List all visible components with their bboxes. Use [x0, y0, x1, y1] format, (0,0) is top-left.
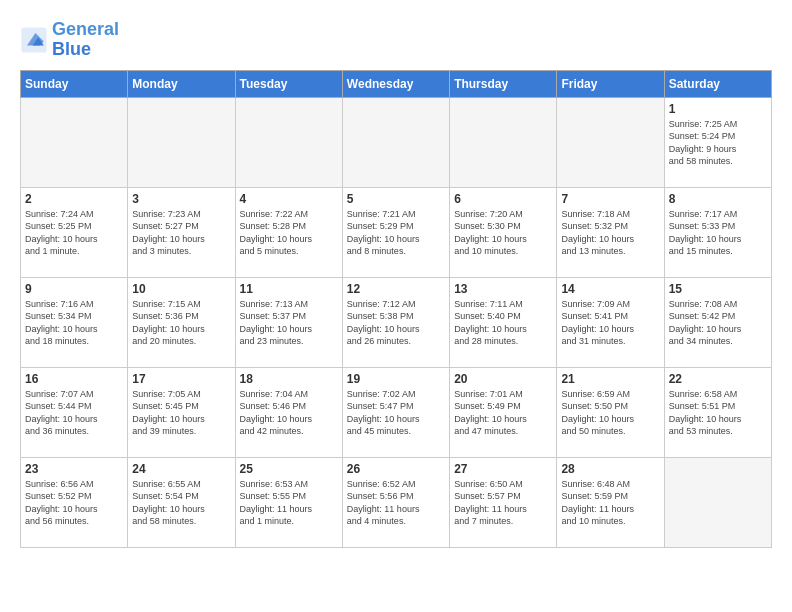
day-number: 16: [25, 372, 123, 386]
calendar-cell: [128, 97, 235, 187]
calendar-cell: 22Sunrise: 6:58 AM Sunset: 5:51 PM Dayli…: [664, 367, 771, 457]
calendar-cell: 9Sunrise: 7:16 AM Sunset: 5:34 PM Daylig…: [21, 277, 128, 367]
calendar-cell: 7Sunrise: 7:18 AM Sunset: 5:32 PM Daylig…: [557, 187, 664, 277]
calendar-cell: 27Sunrise: 6:50 AM Sunset: 5:57 PM Dayli…: [450, 457, 557, 547]
day-number: 27: [454, 462, 552, 476]
weekday-header-monday: Monday: [128, 70, 235, 97]
day-number: 20: [454, 372, 552, 386]
calendar-cell: [21, 97, 128, 187]
calendar-cell: 15Sunrise: 7:08 AM Sunset: 5:42 PM Dayli…: [664, 277, 771, 367]
day-number: 5: [347, 192, 445, 206]
day-number: 28: [561, 462, 659, 476]
day-info: Sunrise: 7:23 AM Sunset: 5:27 PM Dayligh…: [132, 208, 230, 258]
day-info: Sunrise: 7:24 AM Sunset: 5:25 PM Dayligh…: [25, 208, 123, 258]
day-info: Sunrise: 7:11 AM Sunset: 5:40 PM Dayligh…: [454, 298, 552, 348]
day-info: Sunrise: 7:16 AM Sunset: 5:34 PM Dayligh…: [25, 298, 123, 348]
day-info: Sunrise: 6:55 AM Sunset: 5:54 PM Dayligh…: [132, 478, 230, 528]
day-info: Sunrise: 6:52 AM Sunset: 5:56 PM Dayligh…: [347, 478, 445, 528]
day-info: Sunrise: 6:50 AM Sunset: 5:57 PM Dayligh…: [454, 478, 552, 528]
day-number: 14: [561, 282, 659, 296]
day-info: Sunrise: 6:53 AM Sunset: 5:55 PM Dayligh…: [240, 478, 338, 528]
day-info: Sunrise: 7:04 AM Sunset: 5:46 PM Dayligh…: [240, 388, 338, 438]
day-number: 12: [347, 282, 445, 296]
day-number: 4: [240, 192, 338, 206]
calendar-cell: 19Sunrise: 7:02 AM Sunset: 5:47 PM Dayli…: [342, 367, 449, 457]
calendar-cell: 16Sunrise: 7:07 AM Sunset: 5:44 PM Dayli…: [21, 367, 128, 457]
calendar-cell: 12Sunrise: 7:12 AM Sunset: 5:38 PM Dayli…: [342, 277, 449, 367]
calendar-cell: 3Sunrise: 7:23 AM Sunset: 5:27 PM Daylig…: [128, 187, 235, 277]
day-info: Sunrise: 7:07 AM Sunset: 5:44 PM Dayligh…: [25, 388, 123, 438]
calendar-cell: [450, 97, 557, 187]
calendar-cell: 20Sunrise: 7:01 AM Sunset: 5:49 PM Dayli…: [450, 367, 557, 457]
calendar-cell: 6Sunrise: 7:20 AM Sunset: 5:30 PM Daylig…: [450, 187, 557, 277]
calendar-week-0: 1Sunrise: 7:25 AM Sunset: 5:24 PM Daylig…: [21, 97, 772, 187]
day-info: Sunrise: 6:56 AM Sunset: 5:52 PM Dayligh…: [25, 478, 123, 528]
day-info: Sunrise: 6:58 AM Sunset: 5:51 PM Dayligh…: [669, 388, 767, 438]
day-info: Sunrise: 7:12 AM Sunset: 5:38 PM Dayligh…: [347, 298, 445, 348]
day-number: 23: [25, 462, 123, 476]
day-number: 22: [669, 372, 767, 386]
weekday-header-thursday: Thursday: [450, 70, 557, 97]
day-number: 21: [561, 372, 659, 386]
calendar-cell: 25Sunrise: 6:53 AM Sunset: 5:55 PM Dayli…: [235, 457, 342, 547]
calendar-cell: 21Sunrise: 6:59 AM Sunset: 5:50 PM Dayli…: [557, 367, 664, 457]
day-info: Sunrise: 7:20 AM Sunset: 5:30 PM Dayligh…: [454, 208, 552, 258]
day-number: 7: [561, 192, 659, 206]
day-number: 17: [132, 372, 230, 386]
calendar-cell: 1Sunrise: 7:25 AM Sunset: 5:24 PM Daylig…: [664, 97, 771, 187]
calendar-cell: [342, 97, 449, 187]
calendar-week-1: 2Sunrise: 7:24 AM Sunset: 5:25 PM Daylig…: [21, 187, 772, 277]
calendar-cell: 28Sunrise: 6:48 AM Sunset: 5:59 PM Dayli…: [557, 457, 664, 547]
day-number: 13: [454, 282, 552, 296]
day-number: 1: [669, 102, 767, 116]
day-number: 25: [240, 462, 338, 476]
calendar-cell: 14Sunrise: 7:09 AM Sunset: 5:41 PM Dayli…: [557, 277, 664, 367]
calendar-cell: 5Sunrise: 7:21 AM Sunset: 5:29 PM Daylig…: [342, 187, 449, 277]
day-info: Sunrise: 7:17 AM Sunset: 5:33 PM Dayligh…: [669, 208, 767, 258]
calendar-cell: 24Sunrise: 6:55 AM Sunset: 5:54 PM Dayli…: [128, 457, 235, 547]
day-number: 24: [132, 462, 230, 476]
calendar-cell: 11Sunrise: 7:13 AM Sunset: 5:37 PM Dayli…: [235, 277, 342, 367]
day-number: 10: [132, 282, 230, 296]
day-info: Sunrise: 7:05 AM Sunset: 5:45 PM Dayligh…: [132, 388, 230, 438]
weekday-header-tuesday: Tuesday: [235, 70, 342, 97]
day-info: Sunrise: 6:48 AM Sunset: 5:59 PM Dayligh…: [561, 478, 659, 528]
calendar-cell: 18Sunrise: 7:04 AM Sunset: 5:46 PM Dayli…: [235, 367, 342, 457]
day-info: Sunrise: 7:18 AM Sunset: 5:32 PM Dayligh…: [561, 208, 659, 258]
day-info: Sunrise: 7:15 AM Sunset: 5:36 PM Dayligh…: [132, 298, 230, 348]
calendar-week-3: 16Sunrise: 7:07 AM Sunset: 5:44 PM Dayli…: [21, 367, 772, 457]
calendar-cell: 17Sunrise: 7:05 AM Sunset: 5:45 PM Dayli…: [128, 367, 235, 457]
day-info: Sunrise: 7:25 AM Sunset: 5:24 PM Dayligh…: [669, 118, 767, 168]
calendar-cell: 8Sunrise: 7:17 AM Sunset: 5:33 PM Daylig…: [664, 187, 771, 277]
calendar-cell: [235, 97, 342, 187]
calendar-week-4: 23Sunrise: 6:56 AM Sunset: 5:52 PM Dayli…: [21, 457, 772, 547]
day-info: Sunrise: 7:13 AM Sunset: 5:37 PM Dayligh…: [240, 298, 338, 348]
day-number: 8: [669, 192, 767, 206]
day-number: 6: [454, 192, 552, 206]
logo-text: General Blue: [52, 20, 119, 60]
day-info: Sunrise: 7:09 AM Sunset: 5:41 PM Dayligh…: [561, 298, 659, 348]
calendar-cell: 13Sunrise: 7:11 AM Sunset: 5:40 PM Dayli…: [450, 277, 557, 367]
calendar-week-2: 9Sunrise: 7:16 AM Sunset: 5:34 PM Daylig…: [21, 277, 772, 367]
calendar-cell: 26Sunrise: 6:52 AM Sunset: 5:56 PM Dayli…: [342, 457, 449, 547]
day-number: 11: [240, 282, 338, 296]
day-info: Sunrise: 6:59 AM Sunset: 5:50 PM Dayligh…: [561, 388, 659, 438]
day-info: Sunrise: 7:08 AM Sunset: 5:42 PM Dayligh…: [669, 298, 767, 348]
day-info: Sunrise: 7:22 AM Sunset: 5:28 PM Dayligh…: [240, 208, 338, 258]
day-number: 19: [347, 372, 445, 386]
calendar-cell: [557, 97, 664, 187]
day-number: 26: [347, 462, 445, 476]
calendar-table: SundayMondayTuesdayWednesdayThursdayFrid…: [20, 70, 772, 548]
weekday-header-friday: Friday: [557, 70, 664, 97]
calendar-cell: [664, 457, 771, 547]
weekday-header-saturday: Saturday: [664, 70, 771, 97]
day-number: 3: [132, 192, 230, 206]
calendar-cell: 2Sunrise: 7:24 AM Sunset: 5:25 PM Daylig…: [21, 187, 128, 277]
weekday-header-sunday: Sunday: [21, 70, 128, 97]
day-number: 9: [25, 282, 123, 296]
day-info: Sunrise: 7:21 AM Sunset: 5:29 PM Dayligh…: [347, 208, 445, 258]
page-header: General Blue: [20, 20, 772, 60]
weekday-header-wednesday: Wednesday: [342, 70, 449, 97]
day-info: Sunrise: 7:02 AM Sunset: 5:47 PM Dayligh…: [347, 388, 445, 438]
logo: General Blue: [20, 20, 119, 60]
